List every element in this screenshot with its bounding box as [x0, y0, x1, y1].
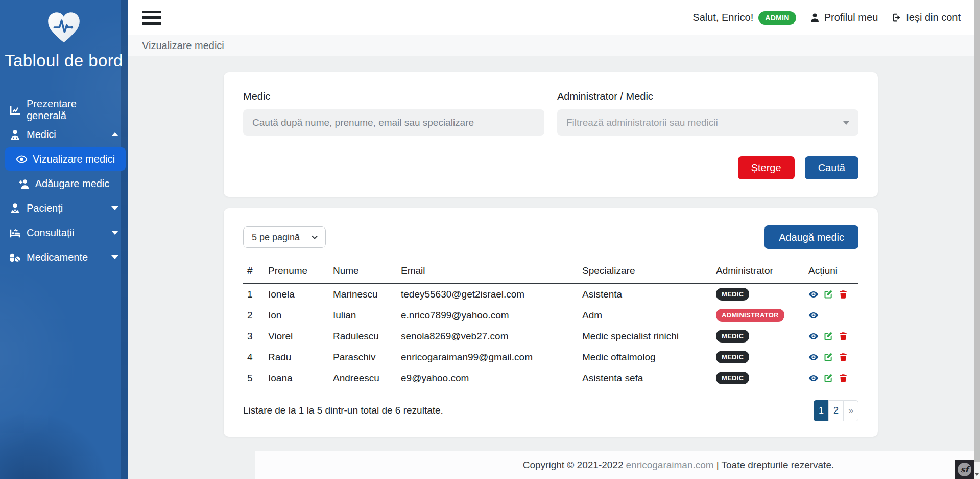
search-button[interactable]: Caută [805, 156, 858, 179]
cell-actiuni [804, 368, 858, 389]
symfony-logo-icon: sf [958, 463, 971, 476]
view-button[interactable] [808, 373, 819, 383]
role-badge: ADMIN [758, 11, 796, 25]
content: Medic Administrator / Medic Filtrează ad… [128, 56, 974, 437]
sidebar-item-vizualizare-medici[interactable]: Vizualizare medici [5, 147, 126, 171]
edit-button[interactable] [823, 331, 833, 341]
table-row: 3ViorelRadulescusenola8269@veb27.comMedi… [243, 326, 858, 347]
cell-administrator: MEDIC [712, 284, 804, 305]
edit-button[interactable] [823, 352, 833, 362]
edit-button[interactable] [823, 373, 833, 383]
cell-index: 1 [243, 284, 264, 305]
cell-index: 5 [243, 368, 264, 389]
footer-link[interactable]: enricogaraiman.com [626, 460, 714, 471]
delete-filters-button[interactable]: Șterge [738, 156, 795, 179]
admin-medic-select[interactable]: Filtrează administratorii sau medicii [557, 109, 858, 136]
delete-button[interactable] [838, 352, 848, 362]
sidebar-item-medicamente[interactable]: Medicamente [0, 245, 128, 269]
per-page-select[interactable]: 5 pe pagină [243, 226, 326, 248]
cell-index: 2 [243, 305, 264, 326]
sidebar: Tabloul de bord Prezentare generală Medi… [0, 0, 128, 479]
medic-search-input[interactable] [243, 109, 544, 136]
dropdown-caret-icon [843, 121, 849, 125]
view-button[interactable] [808, 352, 819, 362]
profile-label: Profilul meu [824, 12, 878, 24]
edit-button[interactable] [823, 289, 833, 300]
cell-email: tedey55630@get2israel.com [397, 284, 578, 305]
view-button[interactable] [808, 331, 819, 341]
cell-specializare: Medic specialist rinichi [578, 326, 712, 347]
sidebar-item-pacienti[interactable]: Pacienți [0, 196, 128, 220]
scrollbar-thumb[interactable] [974, 0, 980, 462]
eye-icon [808, 310, 819, 321]
cell-index: 3 [243, 326, 264, 347]
logout-label: Ieși din cont [906, 12, 961, 24]
pencil-square-icon [823, 373, 833, 383]
cell-prenume: Radu [264, 347, 329, 368]
sidebar-menu: Prezentare generală Medici Vizualizare m… [0, 98, 128, 269]
delete-button[interactable] [838, 331, 848, 341]
cell-actiuni [804, 347, 858, 368]
admin-medic-select-placeholder: Filtrează administratorii sau medicii [566, 117, 718, 128]
cell-administrator: MEDIC [712, 347, 804, 368]
view-button[interactable] [808, 289, 819, 300]
topbar-right: Salut, Enrico! ADMIN Profilul meu Ieși [692, 11, 961, 25]
pills-icon [9, 252, 21, 263]
chevron-down-icon [111, 255, 118, 259]
view-button[interactable] [808, 310, 819, 321]
sidebar-item-adaugare-medic[interactable]: Adăugare medic [0, 171, 128, 196]
medic-filter-group: Medic [243, 90, 544, 136]
per-page-value: 5 pe pagină [252, 232, 300, 243]
breadcrumb-text: Vizualizare medici [142, 40, 224, 52]
pagination: 1 2 » [814, 400, 858, 421]
cell-administrator: ADMINISTRATOR [712, 305, 804, 326]
delete-button[interactable] [838, 373, 848, 383]
user-greeting: Salut, Enrico! ADMIN [692, 11, 796, 25]
filter-card: Medic Administrator / Medic Filtrează ad… [224, 72, 878, 197]
eye-icon [808, 352, 819, 362]
col-header-prenume: Prenume [264, 261, 329, 284]
sidebar-item-consultatii[interactable]: Consultații [0, 220, 128, 245]
sidebar-item-prezentare-generala[interactable]: Prezentare generală [0, 98, 128, 122]
delete-button[interactable] [838, 289, 848, 300]
add-doctor-button[interactable]: Adaugă medic [764, 225, 858, 249]
pagination-page-2[interactable]: 2 [828, 400, 844, 421]
sidebar-item-label: Consultații [27, 227, 74, 239]
pagination-next[interactable]: » [843, 400, 858, 421]
pencil-square-icon [823, 331, 833, 341]
cell-specializare: Asistenta sefa [578, 368, 712, 389]
cell-nume: Andreescu [329, 368, 397, 389]
trash-icon [838, 289, 848, 300]
eye-icon [808, 289, 819, 300]
pagination-page-1[interactable]: 1 [814, 400, 829, 421]
cell-nume: Marinescu [329, 284, 397, 305]
app-title: Tabloul de bord [0, 50, 128, 71]
profile-link[interactable]: Profilul meu [809, 12, 878, 24]
topbar: Salut, Enrico! ADMIN Profilul meu Ieși [128, 0, 974, 35]
cell-email: senola8269@veb27.com [397, 326, 578, 347]
user-plus-icon [18, 178, 30, 190]
arrow-down-icon [975, 473, 979, 476]
hamburger-menu-icon[interactable] [142, 11, 161, 25]
sidebar-item-medici[interactable]: Medici [0, 122, 128, 147]
bed-icon [9, 227, 21, 239]
role-badge: MEDIC [716, 330, 749, 343]
table-body: 1IonelaMarinescutedey55630@get2israel.co… [243, 284, 858, 389]
cell-administrator: MEDIC [712, 368, 804, 389]
rights-text: | Toate drepturile rezervate. [716, 460, 834, 471]
greeting-text: Salut, Enrico! [692, 12, 753, 24]
cell-specializare: Asistenta [578, 284, 712, 305]
logout-link[interactable]: Ieși din cont [891, 12, 961, 24]
trash-icon [838, 352, 848, 362]
admin-medic-label: Administrator / Medic [557, 90, 858, 102]
sidebar-item-label: Vizualizare medici [33, 153, 115, 165]
role-badge: MEDIC [716, 288, 749, 301]
role-badge: ADMINISTRATOR [716, 309, 784, 322]
symfony-debug-toggle[interactable]: sf [955, 460, 974, 479]
scrollbar-down-button[interactable] [974, 470, 980, 479]
copyright-text: Copyright © 2021-2022 [523, 460, 624, 471]
cell-actiuni [804, 305, 858, 326]
vertical-scrollbar[interactable] [974, 0, 980, 479]
chevron-down-icon [111, 206, 118, 210]
cell-nume: Iulian [329, 305, 397, 326]
